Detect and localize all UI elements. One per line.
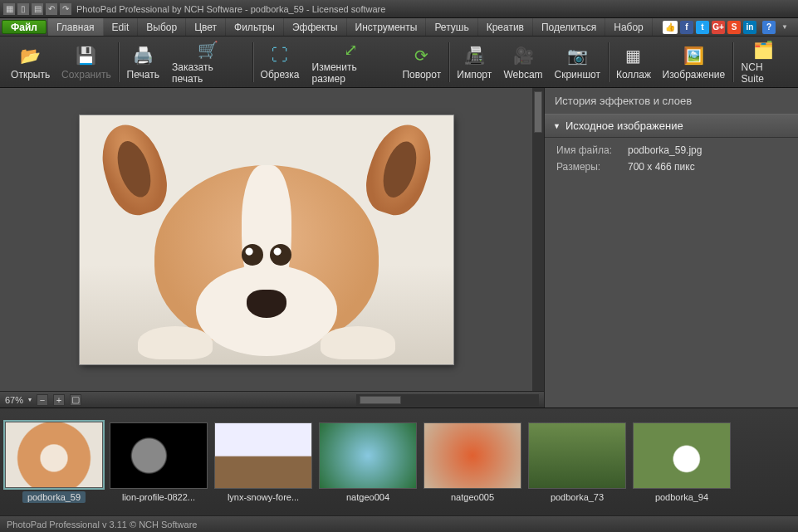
suite-icon: 🗂️	[752, 40, 776, 60]
rotate-button[interactable]: ⟳Поворот	[396, 38, 447, 86]
thumb-label: podborka_73	[551, 492, 604, 502]
order-print-button[interactable]: 🛒Заказать печать	[165, 38, 250, 86]
screenshot-button[interactable]: 📷Скриншот	[549, 38, 606, 86]
facebook-icon[interactable]: f	[680, 21, 693, 34]
redo-icon[interactable]: ↷	[60, 3, 71, 15]
section-title: Исходное изображение	[565, 120, 683, 132]
save-label: Сохранить	[61, 69, 111, 81]
screenshot-label: Скриншот	[555, 69, 600, 81]
zoom-dropdown-icon[interactable]: ▾	[28, 396, 32, 403]
crop-button[interactable]: ⛶Обрезка	[255, 38, 306, 86]
print-button[interactable]: 🖨️Печать	[120, 38, 165, 86]
like-icon[interactable]: 👍	[663, 21, 678, 34]
thumb-item[interactable]: × podborka_73	[528, 422, 626, 502]
image-add-icon: 🖼️	[682, 44, 705, 67]
menu-select[interactable]: Выбор	[138, 18, 186, 36]
save-icon: 💾	[75, 44, 98, 67]
scanner-icon: 📠	[463, 44, 486, 67]
dimensions-value: 700 x 466 пикс	[628, 161, 695, 173]
menu-bar: Файл Главная Edit Выбор Цвет Фильтры Эфф…	[0, 18, 798, 37]
thumb-label: natgeo004	[346, 492, 389, 502]
webcam-icon: 🎥	[512, 44, 535, 67]
thumb-label: natgeo005	[451, 492, 494, 502]
thumb-item[interactable]: × podborka_94	[633, 422, 731, 502]
zoom-out-button[interactable]: −	[37, 394, 48, 406]
twitter-icon[interactable]: t	[696, 21, 709, 34]
side-panel: История эффектов и слоев ▼ Исходное изоб…	[544, 88, 798, 408]
canvas[interactable]	[0, 88, 532, 391]
zoom-in-button[interactable]: +	[53, 394, 65, 406]
menu-home[interactable]: Главная	[48, 18, 104, 36]
sysicon-3[interactable]: ▤	[32, 3, 43, 15]
thumb-item[interactable]: × lynx-snowy-fore...	[214, 422, 312, 502]
work-area: 67% ▾ − + ▢ История эффектов и слоев ▼ И…	[0, 88, 798, 408]
linkedin-icon[interactable]: in	[743, 21, 756, 34]
crop-icon: ⛶	[268, 44, 291, 67]
menu-retouch[interactable]: Ретушь	[426, 18, 477, 36]
printer-icon: 🖨️	[131, 44, 154, 67]
menu-file[interactable]: Файл	[2, 20, 47, 34]
toolbar-separator	[118, 42, 119, 82]
help-dropdown-icon[interactable]: ▼	[778, 21, 791, 34]
googleplus-icon[interactable]: G+	[712, 21, 725, 34]
thumb-item[interactable]: × natgeo005	[423, 422, 521, 502]
menu-suite[interactable]: Набор	[605, 18, 653, 36]
sysicon-2[interactable]: ▯	[17, 3, 29, 15]
title-bar: ▦ ▯ ▤ ↶ ↷ PhotoPad Professional by NCH S…	[0, 0, 798, 18]
grid-icon: ▦	[622, 44, 645, 67]
thumb-label: podborka_94	[655, 492, 708, 502]
image-button[interactable]: 🖼️Изображение	[657, 38, 731, 86]
zoom-fit-button[interactable]: ▢	[70, 394, 81, 406]
webcam-button[interactable]: 🎥Webcam	[497, 38, 548, 86]
thumb-item[interactable]: × lion-profile-0822...	[110, 422, 208, 502]
image-label: Изображение	[663, 69, 726, 81]
folder-open-icon: 📂	[19, 44, 42, 67]
filename-value: podborka_59.jpg	[628, 144, 702, 156]
resize-label: Изменить размер	[312, 61, 390, 85]
nch-suite-button[interactable]: 🗂️NCH Suite	[735, 38, 793, 86]
collapse-triangle-icon: ▼	[553, 122, 561, 130]
collage-button[interactable]: ▦Коллаж	[610, 38, 657, 86]
stumble-icon[interactable]: S	[727, 21, 741, 34]
thumb-item[interactable]: × natgeo004	[319, 422, 417, 502]
thumb-item[interactable]: × podborka_59	[5, 422, 103, 503]
open-button[interactable]: 📂Открыть	[5, 38, 56, 86]
toolbar-separator	[448, 42, 449, 82]
menu-tools[interactable]: Инструменты	[347, 18, 427, 36]
source-image-section-header[interactable]: ▼ Исходное изображение	[545, 114, 798, 138]
import-button[interactable]: 📠Импорт	[451, 38, 497, 86]
thumb-label: podborka_59	[22, 491, 86, 503]
collage-label: Коллаж	[616, 69, 651, 81]
menu-color[interactable]: Цвет	[186, 18, 226, 36]
import-label: Импорт	[457, 69, 492, 81]
open-label: Открыть	[11, 69, 50, 81]
thumb-label: lion-profile-0822...	[122, 492, 195, 502]
menu-effects[interactable]: Эффекты	[284, 18, 347, 36]
menu-filters[interactable]: Фильтры	[226, 18, 284, 36]
horizontal-scrollbar[interactable]	[356, 394, 539, 406]
rotate-label: Поворот	[402, 69, 441, 81]
main-image	[80, 115, 453, 364]
canvas-status-bar: 67% ▾ − + ▢	[0, 391, 544, 408]
sysicon-1[interactable]: ▦	[3, 3, 15, 15]
suite-label: NCH Suite	[742, 61, 786, 85]
resize-icon: ⤢	[339, 40, 362, 60]
webcam-label: Webcam	[503, 69, 542, 81]
toolbar-separator	[608, 42, 609, 82]
menu-edit[interactable]: Edit	[104, 18, 139, 36]
dimensions-label: Размеры:	[556, 161, 628, 173]
filmstrip: × podborka_59 × lion-profile-0822... × l…	[0, 408, 798, 515]
zoom-value: 67%	[5, 395, 23, 405]
filename-label: Имя файла:	[556, 144, 628, 156]
menu-creative[interactable]: Креатив	[478, 18, 533, 36]
save-button[interactable]: 💾Сохранить	[56, 38, 116, 86]
system-menu-icons: ▦ ▯ ▤ ↶ ↷	[3, 3, 71, 15]
canvas-zone: 67% ▾ − + ▢	[0, 88, 544, 408]
undo-icon[interactable]: ↶	[46, 3, 57, 15]
crop-label: Обрезка	[261, 69, 300, 81]
resize-button[interactable]: ⤢Изменить размер	[306, 38, 397, 86]
vertical-scrollbar[interactable]	[532, 88, 544, 391]
menu-share[interactable]: Поделиться	[533, 18, 605, 36]
footer-status-bar: PhotoPad Professional v 3.11 © NCH Softw…	[0, 515, 798, 532]
help-icon[interactable]: ?	[762, 21, 776, 34]
